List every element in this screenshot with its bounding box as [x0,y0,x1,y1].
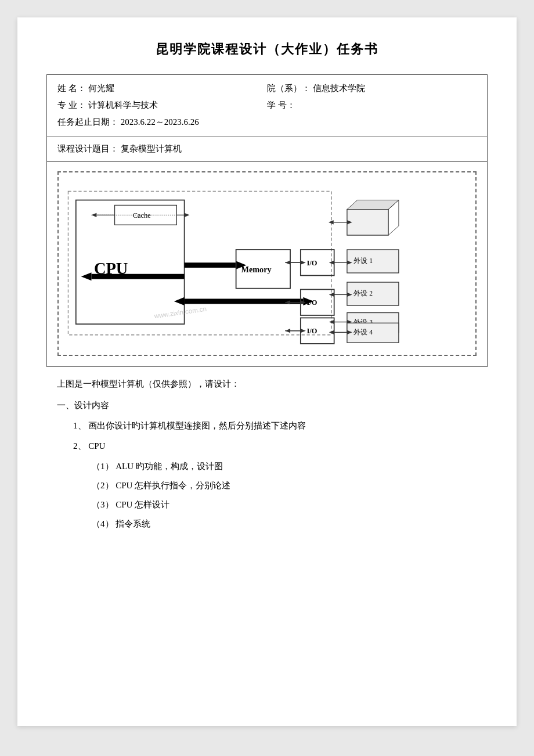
svg-rect-1 [76,200,185,325]
subitem1: （1） ALU 旳功能，构成，设计图 [92,459,477,474]
page-title: 昆明学院课程设计（大作业）任务书 [46,41,488,58]
major-item: 专 业： 计算机科学与技术 [57,100,267,111]
subject-value: 复杂模型计算机 [121,144,182,153]
description: 上图是一种模型计算机（仅供参照），请设计： [57,376,477,392]
student-id-label: 学 号： [267,100,295,111]
name-item: 姓 名： 何光耀 [57,83,267,94]
college-item: 院（系）： 信息技术学院 [267,83,477,94]
svg-text:Memory: Memory [241,265,272,274]
subject-label: 课程设计题目： [57,144,118,153]
svg-marker-35 [301,329,306,333]
svg-marker-8 [185,213,190,217]
major-value: 计算机科学与技术 [88,100,158,110]
name-value: 何光耀 [88,84,114,93]
svg-rect-37 [347,210,388,235]
college-value: 信息技术学院 [313,84,365,93]
item2-text: CPU [88,441,105,451]
info-row-major: 专 业： 计算机科学与技术 学 号： [57,100,477,111]
svg-text:I/O: I/O [307,298,317,307]
item1-text: 画出你设计旳计算机模型连接图，然后分别描述下述内容 [88,421,306,430]
subject-box: 课程设计题目： 复杂模型计算机 [46,136,488,162]
subitem3-text: （3） CPU 怎样设计 [92,500,169,509]
svg-text:I/O: I/O [307,259,317,267]
date-label: 任务起止日期： [57,117,118,128]
svg-text:Cache: Cache [133,211,151,219]
svg-marker-43 [329,220,334,224]
svg-text:www.zixin.com.cn: www.zixin.com.cn [153,305,207,320]
svg-text:外设 1: 外设 1 [353,257,373,265]
subitem4-text: （4） 指令系统 [92,519,150,528]
svg-marker-18 [174,297,185,305]
svg-text:外设 2: 外设 2 [353,290,373,297]
content-area: 上图是一种模型计算机（仅供参照），请设计： 一、设计内容 1、 画出你设计旳计算… [46,367,488,532]
section1-item1: 1、 画出你设计旳计算机模型连接图，然后分别描述下述内容 [73,418,477,434]
subitem2-text: （2） CPU 怎样执行指令，分别论述 [92,481,230,490]
item1-num: 1、 [73,421,86,430]
student-id-item: 学 号： [267,100,477,111]
name-label: 姓 名： [57,83,86,94]
section1-item2: 2、 CPU [73,438,477,454]
section1-title: 一、设计内容 [57,400,477,411]
date-value: 2023.6.22～2023.6.26 [121,117,199,127]
major-label: 专 业： [57,100,86,111]
svg-marker-23 [301,261,306,265]
subitem4: （4） 指令系统 [92,516,477,532]
subitem3: （3） CPU 怎样设计 [92,497,477,513]
diagram-inner: CPU Cache [57,171,477,356]
info-box: 姓 名： 何光耀 院（系）： 信息技术学院 专 业： 计算机科学与技术 学 号：… [46,74,488,136]
svg-marker-13 [81,272,92,280]
item2-num: 2、 [73,441,86,451]
college-label: 院（系）： [267,83,311,94]
info-row-name: 姓 名： 何光耀 院（系）： 信息技术学院 [57,83,477,94]
subitem1-text: （1） ALU 旳功能，构成，设计图 [92,462,223,471]
svg-marker-38 [347,200,399,210]
svg-text:I/O: I/O [307,327,317,335]
info-row-date: 任务起止日期： 2023.6.22～2023.6.26 [57,117,477,128]
date-item: 任务起止日期： 2023.6.22～2023.6.26 [57,117,477,128]
architecture-diagram: CPU Cache [66,179,468,348]
subitem2: （2） CPU 怎样执行指令，分别论述 [92,478,477,494]
diagram-box: CPU Cache [46,162,488,367]
page: 昆明学院课程设计（大作业）任务书 姓 名： 何光耀 院（系）： 信息技术学院 专… [17,17,517,726]
svg-text:外设 4: 外设 4 [353,329,373,336]
svg-line-40 [388,226,399,235]
